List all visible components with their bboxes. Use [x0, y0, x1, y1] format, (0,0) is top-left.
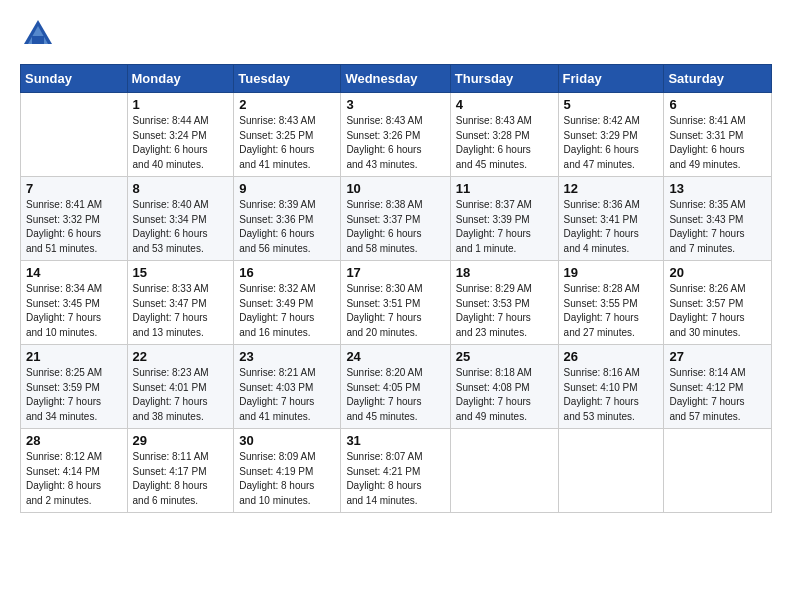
- day-number: 1: [133, 97, 229, 112]
- day-info: Sunrise: 8:18 AM Sunset: 4:08 PM Dayligh…: [456, 366, 553, 424]
- day-number: 7: [26, 181, 122, 196]
- day-info: Sunrise: 8:28 AM Sunset: 3:55 PM Dayligh…: [564, 282, 659, 340]
- calendar-cell: 18Sunrise: 8:29 AM Sunset: 3:53 PM Dayli…: [450, 261, 558, 345]
- calendar-cell: 28Sunrise: 8:12 AM Sunset: 4:14 PM Dayli…: [21, 429, 128, 513]
- day-number: 23: [239, 349, 335, 364]
- day-number: 2: [239, 97, 335, 112]
- calendar-cell: 31Sunrise: 8:07 AM Sunset: 4:21 PM Dayli…: [341, 429, 450, 513]
- calendar-cell: 14Sunrise: 8:34 AM Sunset: 3:45 PM Dayli…: [21, 261, 128, 345]
- calendar-cell: 27Sunrise: 8:14 AM Sunset: 4:12 PM Dayli…: [664, 345, 772, 429]
- logo: [20, 16, 60, 52]
- day-info: Sunrise: 8:14 AM Sunset: 4:12 PM Dayligh…: [669, 366, 766, 424]
- day-info: Sunrise: 8:42 AM Sunset: 3:29 PM Dayligh…: [564, 114, 659, 172]
- calendar-week-row: 7Sunrise: 8:41 AM Sunset: 3:32 PM Daylig…: [21, 177, 772, 261]
- day-info: Sunrise: 8:44 AM Sunset: 3:24 PM Dayligh…: [133, 114, 229, 172]
- day-info: Sunrise: 8:37 AM Sunset: 3:39 PM Dayligh…: [456, 198, 553, 256]
- day-number: 12: [564, 181, 659, 196]
- calendar-cell: 3Sunrise: 8:43 AM Sunset: 3:26 PM Daylig…: [341, 93, 450, 177]
- calendar-cell: 25Sunrise: 8:18 AM Sunset: 4:08 PM Dayli…: [450, 345, 558, 429]
- day-number: 9: [239, 181, 335, 196]
- calendar-week-row: 28Sunrise: 8:12 AM Sunset: 4:14 PM Dayli…: [21, 429, 772, 513]
- day-info: Sunrise: 8:26 AM Sunset: 3:57 PM Dayligh…: [669, 282, 766, 340]
- calendar-cell: 7Sunrise: 8:41 AM Sunset: 3:32 PM Daylig…: [21, 177, 128, 261]
- calendar-cell: [21, 93, 128, 177]
- calendar-cell: 24Sunrise: 8:20 AM Sunset: 4:05 PM Dayli…: [341, 345, 450, 429]
- calendar-cell: 6Sunrise: 8:41 AM Sunset: 3:31 PM Daylig…: [664, 93, 772, 177]
- calendar-cell: 9Sunrise: 8:39 AM Sunset: 3:36 PM Daylig…: [234, 177, 341, 261]
- day-info: Sunrise: 8:29 AM Sunset: 3:53 PM Dayligh…: [456, 282, 553, 340]
- day-number: 26: [564, 349, 659, 364]
- day-number: 22: [133, 349, 229, 364]
- weekday-header: Saturday: [664, 65, 772, 93]
- day-info: Sunrise: 8:20 AM Sunset: 4:05 PM Dayligh…: [346, 366, 444, 424]
- day-number: 13: [669, 181, 766, 196]
- weekday-header: Tuesday: [234, 65, 341, 93]
- day-info: Sunrise: 8:23 AM Sunset: 4:01 PM Dayligh…: [133, 366, 229, 424]
- calendar-cell: 20Sunrise: 8:26 AM Sunset: 3:57 PM Dayli…: [664, 261, 772, 345]
- weekday-header: Monday: [127, 65, 234, 93]
- calendar-cell: 22Sunrise: 8:23 AM Sunset: 4:01 PM Dayli…: [127, 345, 234, 429]
- day-number: 6: [669, 97, 766, 112]
- day-number: 31: [346, 433, 444, 448]
- day-number: 30: [239, 433, 335, 448]
- day-number: 3: [346, 97, 444, 112]
- day-info: Sunrise: 8:41 AM Sunset: 3:31 PM Dayligh…: [669, 114, 766, 172]
- calendar-header-row: SundayMondayTuesdayWednesdayThursdayFrid…: [21, 65, 772, 93]
- calendar-cell: 2Sunrise: 8:43 AM Sunset: 3:25 PM Daylig…: [234, 93, 341, 177]
- day-info: Sunrise: 8:33 AM Sunset: 3:47 PM Dayligh…: [133, 282, 229, 340]
- day-info: Sunrise: 8:39 AM Sunset: 3:36 PM Dayligh…: [239, 198, 335, 256]
- day-info: Sunrise: 8:09 AM Sunset: 4:19 PM Dayligh…: [239, 450, 335, 508]
- day-info: Sunrise: 8:41 AM Sunset: 3:32 PM Dayligh…: [26, 198, 122, 256]
- calendar-cell: 12Sunrise: 8:36 AM Sunset: 3:41 PM Dayli…: [558, 177, 664, 261]
- day-info: Sunrise: 8:34 AM Sunset: 3:45 PM Dayligh…: [26, 282, 122, 340]
- weekday-header: Thursday: [450, 65, 558, 93]
- calendar-cell: 1Sunrise: 8:44 AM Sunset: 3:24 PM Daylig…: [127, 93, 234, 177]
- calendar-cell: 17Sunrise: 8:30 AM Sunset: 3:51 PM Dayli…: [341, 261, 450, 345]
- day-info: Sunrise: 8:30 AM Sunset: 3:51 PM Dayligh…: [346, 282, 444, 340]
- day-number: 10: [346, 181, 444, 196]
- calendar-cell: 5Sunrise: 8:42 AM Sunset: 3:29 PM Daylig…: [558, 93, 664, 177]
- day-info: Sunrise: 8:11 AM Sunset: 4:17 PM Dayligh…: [133, 450, 229, 508]
- day-number: 29: [133, 433, 229, 448]
- day-info: Sunrise: 8:32 AM Sunset: 3:49 PM Dayligh…: [239, 282, 335, 340]
- day-number: 25: [456, 349, 553, 364]
- calendar-cell: 15Sunrise: 8:33 AM Sunset: 3:47 PM Dayli…: [127, 261, 234, 345]
- calendar-week-row: 21Sunrise: 8:25 AM Sunset: 3:59 PM Dayli…: [21, 345, 772, 429]
- day-info: Sunrise: 8:40 AM Sunset: 3:34 PM Dayligh…: [133, 198, 229, 256]
- page: SundayMondayTuesdayWednesdayThursdayFrid…: [0, 0, 792, 612]
- day-info: Sunrise: 8:07 AM Sunset: 4:21 PM Dayligh…: [346, 450, 444, 508]
- calendar-cell: 30Sunrise: 8:09 AM Sunset: 4:19 PM Dayli…: [234, 429, 341, 513]
- day-number: 19: [564, 265, 659, 280]
- calendar-cell: 23Sunrise: 8:21 AM Sunset: 4:03 PM Dayli…: [234, 345, 341, 429]
- logo-icon: [20, 16, 56, 52]
- day-number: 24: [346, 349, 444, 364]
- calendar-cell: [450, 429, 558, 513]
- day-info: Sunrise: 8:35 AM Sunset: 3:43 PM Dayligh…: [669, 198, 766, 256]
- day-info: Sunrise: 8:36 AM Sunset: 3:41 PM Dayligh…: [564, 198, 659, 256]
- day-number: 20: [669, 265, 766, 280]
- calendar-cell: 10Sunrise: 8:38 AM Sunset: 3:37 PM Dayli…: [341, 177, 450, 261]
- calendar-cell: 26Sunrise: 8:16 AM Sunset: 4:10 PM Dayli…: [558, 345, 664, 429]
- day-info: Sunrise: 8:21 AM Sunset: 4:03 PM Dayligh…: [239, 366, 335, 424]
- day-info: Sunrise: 8:43 AM Sunset: 3:26 PM Dayligh…: [346, 114, 444, 172]
- day-number: 28: [26, 433, 122, 448]
- day-info: Sunrise: 8:43 AM Sunset: 3:28 PM Dayligh…: [456, 114, 553, 172]
- day-number: 11: [456, 181, 553, 196]
- day-number: 8: [133, 181, 229, 196]
- day-number: 17: [346, 265, 444, 280]
- calendar-cell: 19Sunrise: 8:28 AM Sunset: 3:55 PM Dayli…: [558, 261, 664, 345]
- calendar-week-row: 14Sunrise: 8:34 AM Sunset: 3:45 PM Dayli…: [21, 261, 772, 345]
- header: [20, 16, 772, 52]
- calendar-cell: 21Sunrise: 8:25 AM Sunset: 3:59 PM Dayli…: [21, 345, 128, 429]
- calendar-cell: 8Sunrise: 8:40 AM Sunset: 3:34 PM Daylig…: [127, 177, 234, 261]
- calendar-cell: 16Sunrise: 8:32 AM Sunset: 3:49 PM Dayli…: [234, 261, 341, 345]
- day-info: Sunrise: 8:12 AM Sunset: 4:14 PM Dayligh…: [26, 450, 122, 508]
- calendar-cell: 4Sunrise: 8:43 AM Sunset: 3:28 PM Daylig…: [450, 93, 558, 177]
- day-number: 5: [564, 97, 659, 112]
- day-number: 27: [669, 349, 766, 364]
- day-info: Sunrise: 8:25 AM Sunset: 3:59 PM Dayligh…: [26, 366, 122, 424]
- day-number: 21: [26, 349, 122, 364]
- day-number: 18: [456, 265, 553, 280]
- calendar-cell: 29Sunrise: 8:11 AM Sunset: 4:17 PM Dayli…: [127, 429, 234, 513]
- calendar-cell: 13Sunrise: 8:35 AM Sunset: 3:43 PM Dayli…: [664, 177, 772, 261]
